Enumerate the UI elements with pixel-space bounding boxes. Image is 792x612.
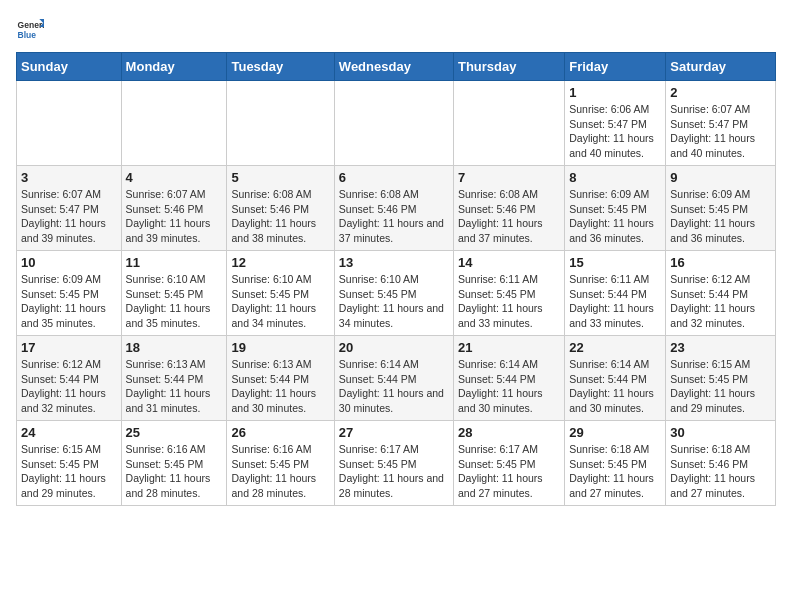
calendar-cell: 15Sunrise: 6:11 AM Sunset: 5:44 PM Dayli… bbox=[565, 251, 666, 336]
calendar-cell: 30Sunrise: 6:18 AM Sunset: 5:46 PM Dayli… bbox=[666, 421, 776, 506]
day-info: Sunrise: 6:10 AM Sunset: 5:45 PM Dayligh… bbox=[126, 272, 223, 331]
logo: General Blue bbox=[16, 16, 44, 44]
calendar-cell: 26Sunrise: 6:16 AM Sunset: 5:45 PM Dayli… bbox=[227, 421, 334, 506]
day-number: 28 bbox=[458, 425, 560, 440]
day-number: 24 bbox=[21, 425, 117, 440]
day-number: 21 bbox=[458, 340, 560, 355]
day-info: Sunrise: 6:08 AM Sunset: 5:46 PM Dayligh… bbox=[231, 187, 329, 246]
day-number: 26 bbox=[231, 425, 329, 440]
day-info: Sunrise: 6:10 AM Sunset: 5:45 PM Dayligh… bbox=[339, 272, 449, 331]
calendar-cell: 6Sunrise: 6:08 AM Sunset: 5:46 PM Daylig… bbox=[334, 166, 453, 251]
day-number: 15 bbox=[569, 255, 661, 270]
calendar-week-row: 10Sunrise: 6:09 AM Sunset: 5:45 PM Dayli… bbox=[17, 251, 776, 336]
day-number: 8 bbox=[569, 170, 661, 185]
calendar-cell: 1Sunrise: 6:06 AM Sunset: 5:47 PM Daylig… bbox=[565, 81, 666, 166]
day-number: 19 bbox=[231, 340, 329, 355]
day-number: 17 bbox=[21, 340, 117, 355]
day-info: Sunrise: 6:17 AM Sunset: 5:45 PM Dayligh… bbox=[458, 442, 560, 501]
page-header: General Blue bbox=[16, 16, 776, 44]
weekday-header-cell: Wednesday bbox=[334, 53, 453, 81]
day-info: Sunrise: 6:11 AM Sunset: 5:45 PM Dayligh… bbox=[458, 272, 560, 331]
weekday-header-cell: Thursday bbox=[453, 53, 564, 81]
day-number: 29 bbox=[569, 425, 661, 440]
day-info: Sunrise: 6:12 AM Sunset: 5:44 PM Dayligh… bbox=[670, 272, 771, 331]
weekday-header-cell: Sunday bbox=[17, 53, 122, 81]
day-info: Sunrise: 6:08 AM Sunset: 5:46 PM Dayligh… bbox=[339, 187, 449, 246]
calendar-cell: 3Sunrise: 6:07 AM Sunset: 5:47 PM Daylig… bbox=[17, 166, 122, 251]
calendar-cell: 16Sunrise: 6:12 AM Sunset: 5:44 PM Dayli… bbox=[666, 251, 776, 336]
calendar-cell: 29Sunrise: 6:18 AM Sunset: 5:45 PM Dayli… bbox=[565, 421, 666, 506]
day-number: 20 bbox=[339, 340, 449, 355]
calendar-cell: 2Sunrise: 6:07 AM Sunset: 5:47 PM Daylig… bbox=[666, 81, 776, 166]
day-number: 13 bbox=[339, 255, 449, 270]
svg-text:General: General bbox=[18, 20, 44, 30]
day-number: 3 bbox=[21, 170, 117, 185]
calendar-cell: 27Sunrise: 6:17 AM Sunset: 5:45 PM Dayli… bbox=[334, 421, 453, 506]
day-number: 14 bbox=[458, 255, 560, 270]
day-info: Sunrise: 6:07 AM Sunset: 5:47 PM Dayligh… bbox=[21, 187, 117, 246]
calendar-cell: 19Sunrise: 6:13 AM Sunset: 5:44 PM Dayli… bbox=[227, 336, 334, 421]
day-info: Sunrise: 6:14 AM Sunset: 5:44 PM Dayligh… bbox=[458, 357, 560, 416]
calendar-week-row: 24Sunrise: 6:15 AM Sunset: 5:45 PM Dayli… bbox=[17, 421, 776, 506]
calendar-cell: 22Sunrise: 6:14 AM Sunset: 5:44 PM Dayli… bbox=[565, 336, 666, 421]
calendar-cell: 25Sunrise: 6:16 AM Sunset: 5:45 PM Dayli… bbox=[121, 421, 227, 506]
day-number: 7 bbox=[458, 170, 560, 185]
day-number: 16 bbox=[670, 255, 771, 270]
calendar-cell: 10Sunrise: 6:09 AM Sunset: 5:45 PM Dayli… bbox=[17, 251, 122, 336]
calendar-cell bbox=[453, 81, 564, 166]
day-info: Sunrise: 6:17 AM Sunset: 5:45 PM Dayligh… bbox=[339, 442, 449, 501]
calendar-cell: 23Sunrise: 6:15 AM Sunset: 5:45 PM Dayli… bbox=[666, 336, 776, 421]
calendar-cell: 9Sunrise: 6:09 AM Sunset: 5:45 PM Daylig… bbox=[666, 166, 776, 251]
weekday-header-cell: Friday bbox=[565, 53, 666, 81]
day-number: 22 bbox=[569, 340, 661, 355]
day-number: 1 bbox=[569, 85, 661, 100]
svg-text:Blue: Blue bbox=[18, 30, 37, 40]
day-number: 9 bbox=[670, 170, 771, 185]
calendar-cell: 4Sunrise: 6:07 AM Sunset: 5:46 PM Daylig… bbox=[121, 166, 227, 251]
calendar-cell bbox=[121, 81, 227, 166]
day-info: Sunrise: 6:14 AM Sunset: 5:44 PM Dayligh… bbox=[569, 357, 661, 416]
day-info: Sunrise: 6:15 AM Sunset: 5:45 PM Dayligh… bbox=[670, 357, 771, 416]
calendar-cell: 21Sunrise: 6:14 AM Sunset: 5:44 PM Dayli… bbox=[453, 336, 564, 421]
day-number: 2 bbox=[670, 85, 771, 100]
day-number: 5 bbox=[231, 170, 329, 185]
weekday-header-cell: Monday bbox=[121, 53, 227, 81]
calendar-cell: 12Sunrise: 6:10 AM Sunset: 5:45 PM Dayli… bbox=[227, 251, 334, 336]
day-info: Sunrise: 6:13 AM Sunset: 5:44 PM Dayligh… bbox=[231, 357, 329, 416]
day-number: 6 bbox=[339, 170, 449, 185]
day-info: Sunrise: 6:08 AM Sunset: 5:46 PM Dayligh… bbox=[458, 187, 560, 246]
calendar-cell: 11Sunrise: 6:10 AM Sunset: 5:45 PM Dayli… bbox=[121, 251, 227, 336]
calendar-cell: 13Sunrise: 6:10 AM Sunset: 5:45 PM Dayli… bbox=[334, 251, 453, 336]
calendar-cell: 7Sunrise: 6:08 AM Sunset: 5:46 PM Daylig… bbox=[453, 166, 564, 251]
calendar-cell bbox=[227, 81, 334, 166]
day-info: Sunrise: 6:07 AM Sunset: 5:47 PM Dayligh… bbox=[670, 102, 771, 161]
calendar-cell: 20Sunrise: 6:14 AM Sunset: 5:44 PM Dayli… bbox=[334, 336, 453, 421]
calendar-cell: 24Sunrise: 6:15 AM Sunset: 5:45 PM Dayli… bbox=[17, 421, 122, 506]
calendar-cell: 18Sunrise: 6:13 AM Sunset: 5:44 PM Dayli… bbox=[121, 336, 227, 421]
calendar-cell: 8Sunrise: 6:09 AM Sunset: 5:45 PM Daylig… bbox=[565, 166, 666, 251]
day-info: Sunrise: 6:09 AM Sunset: 5:45 PM Dayligh… bbox=[21, 272, 117, 331]
calendar-body: 1Sunrise: 6:06 AM Sunset: 5:47 PM Daylig… bbox=[17, 81, 776, 506]
day-info: Sunrise: 6:07 AM Sunset: 5:46 PM Dayligh… bbox=[126, 187, 223, 246]
day-info: Sunrise: 6:16 AM Sunset: 5:45 PM Dayligh… bbox=[126, 442, 223, 501]
day-number: 10 bbox=[21, 255, 117, 270]
calendar-cell: 17Sunrise: 6:12 AM Sunset: 5:44 PM Dayli… bbox=[17, 336, 122, 421]
day-info: Sunrise: 6:09 AM Sunset: 5:45 PM Dayligh… bbox=[569, 187, 661, 246]
calendar-cell: 5Sunrise: 6:08 AM Sunset: 5:46 PM Daylig… bbox=[227, 166, 334, 251]
day-info: Sunrise: 6:11 AM Sunset: 5:44 PM Dayligh… bbox=[569, 272, 661, 331]
day-info: Sunrise: 6:16 AM Sunset: 5:45 PM Dayligh… bbox=[231, 442, 329, 501]
day-info: Sunrise: 6:15 AM Sunset: 5:45 PM Dayligh… bbox=[21, 442, 117, 501]
calendar-week-row: 17Sunrise: 6:12 AM Sunset: 5:44 PM Dayli… bbox=[17, 336, 776, 421]
calendar-cell: 28Sunrise: 6:17 AM Sunset: 5:45 PM Dayli… bbox=[453, 421, 564, 506]
day-number: 11 bbox=[126, 255, 223, 270]
day-number: 23 bbox=[670, 340, 771, 355]
weekday-header-cell: Saturday bbox=[666, 53, 776, 81]
day-number: 25 bbox=[126, 425, 223, 440]
calendar-week-row: 1Sunrise: 6:06 AM Sunset: 5:47 PM Daylig… bbox=[17, 81, 776, 166]
day-number: 30 bbox=[670, 425, 771, 440]
calendar-cell bbox=[17, 81, 122, 166]
weekday-header-cell: Tuesday bbox=[227, 53, 334, 81]
day-info: Sunrise: 6:18 AM Sunset: 5:46 PM Dayligh… bbox=[670, 442, 771, 501]
day-info: Sunrise: 6:12 AM Sunset: 5:44 PM Dayligh… bbox=[21, 357, 117, 416]
day-info: Sunrise: 6:06 AM Sunset: 5:47 PM Dayligh… bbox=[569, 102, 661, 161]
